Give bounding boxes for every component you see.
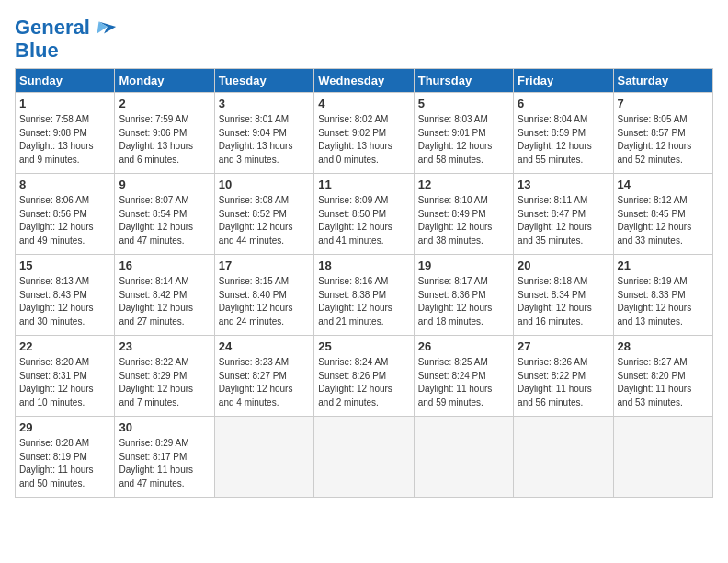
day-info: Sunrise: 8:17 AM Sunset: 8:36 PM Dayligh… [418, 275, 509, 328]
day-number: 1 [19, 96, 110, 112]
calendar-cell [613, 417, 712, 498]
calendar-cell: 30Sunrise: 8:29 AM Sunset: 8:17 PM Dayli… [115, 417, 214, 498]
calendar-cell: 5Sunrise: 8:03 AM Sunset: 9:01 PM Daylig… [414, 93, 513, 174]
calendar-cell: 6Sunrise: 8:04 AM Sunset: 8:59 PM Daylig… [514, 93, 613, 174]
calendar-cell: 10Sunrise: 8:08 AM Sunset: 8:52 PM Dayli… [214, 174, 313, 255]
calendar-cell: 28Sunrise: 8:27 AM Sunset: 8:20 PM Dayli… [613, 336, 712, 417]
day-info: Sunrise: 8:14 AM Sunset: 8:42 PM Dayligh… [119, 275, 210, 328]
calendar-cell [514, 417, 613, 498]
col-header-saturday: Saturday [613, 69, 712, 93]
day-info: Sunrise: 8:10 AM Sunset: 8:49 PM Dayligh… [418, 194, 509, 247]
calendar-cell: 21Sunrise: 8:19 AM Sunset: 8:33 PM Dayli… [613, 255, 712, 336]
week-row-4: 22Sunrise: 8:20 AM Sunset: 8:31 PM Dayli… [16, 336, 713, 417]
col-header-wednesday: Wednesday [314, 69, 414, 93]
calendar-cell: 7Sunrise: 8:05 AM Sunset: 8:57 PM Daylig… [613, 93, 712, 174]
calendar-cell: 18Sunrise: 8:16 AM Sunset: 8:38 PM Dayli… [314, 255, 414, 336]
day-info: Sunrise: 8:23 AM Sunset: 8:27 PM Dayligh… [219, 356, 310, 409]
day-number: 17 [219, 258, 310, 274]
day-info: Sunrise: 8:28 AM Sunset: 8:19 PM Dayligh… [19, 437, 110, 490]
day-number: 4 [318, 96, 409, 112]
calendar-cell: 27Sunrise: 8:26 AM Sunset: 8:22 PM Dayli… [514, 336, 613, 417]
calendar-cell: 26Sunrise: 8:25 AM Sunset: 8:24 PM Dayli… [414, 336, 513, 417]
logo-text: General [15, 17, 90, 39]
calendar-cell: 29Sunrise: 8:28 AM Sunset: 8:19 PM Dayli… [16, 417, 115, 498]
logo: General Blue [15, 15, 118, 61]
day-number: 5 [418, 96, 509, 112]
day-number: 27 [518, 339, 609, 355]
day-info: Sunrise: 8:29 AM Sunset: 8:17 PM Dayligh… [119, 437, 210, 490]
day-number: 2 [119, 96, 210, 112]
calendar-cell: 3Sunrise: 8:01 AM Sunset: 9:04 PM Daylig… [214, 93, 313, 174]
col-header-monday: Monday [115, 69, 214, 93]
calendar-cell: 17Sunrise: 8:15 AM Sunset: 8:40 PM Dayli… [214, 255, 313, 336]
calendar-cell [414, 417, 513, 498]
day-info: Sunrise: 8:11 AM Sunset: 8:47 PM Dayligh… [518, 194, 609, 247]
day-info: Sunrise: 8:07 AM Sunset: 8:54 PM Dayligh… [119, 194, 210, 247]
day-number: 22 [19, 339, 110, 355]
calendar-cell: 8Sunrise: 8:06 AM Sunset: 8:56 PM Daylig… [16, 174, 115, 255]
day-number: 15 [19, 258, 110, 274]
day-number: 30 [119, 419, 210, 436]
day-info: Sunrise: 8:19 AM Sunset: 8:33 PM Dayligh… [618, 275, 709, 328]
logo-icon [92, 15, 118, 40]
day-number: 16 [119, 258, 210, 274]
page-container: General Blue SundayMondayTuesdayWednesda… [0, 0, 728, 505]
day-number: 26 [418, 339, 509, 355]
week-row-5: 29Sunrise: 8:28 AM Sunset: 8:19 PM Dayli… [16, 417, 713, 498]
calendar-cell: 25Sunrise: 8:24 AM Sunset: 8:26 PM Dayli… [314, 336, 414, 417]
calendar-cell: 20Sunrise: 8:18 AM Sunset: 8:34 PM Dayli… [514, 255, 613, 336]
day-info: Sunrise: 8:09 AM Sunset: 8:50 PM Dayligh… [318, 194, 409, 247]
day-info: Sunrise: 8:26 AM Sunset: 8:22 PM Dayligh… [518, 356, 609, 409]
day-number: 29 [19, 419, 110, 436]
calendar-cell: 15Sunrise: 8:13 AM Sunset: 8:43 PM Dayli… [16, 255, 115, 336]
calendar-cell: 2Sunrise: 7:59 AM Sunset: 9:06 PM Daylig… [115, 93, 214, 174]
day-info: Sunrise: 8:08 AM Sunset: 8:52 PM Dayligh… [219, 194, 310, 247]
day-info: Sunrise: 8:12 AM Sunset: 8:45 PM Dayligh… [618, 194, 709, 247]
col-header-thursday: Thursday [414, 69, 513, 93]
day-number: 21 [618, 258, 709, 274]
calendar-cell: 14Sunrise: 8:12 AM Sunset: 8:45 PM Dayli… [613, 174, 712, 255]
day-info: Sunrise: 8:02 AM Sunset: 9:02 PM Dayligh… [318, 113, 409, 167]
day-number: 12 [418, 177, 509, 193]
day-info: Sunrise: 8:03 AM Sunset: 9:01 PM Dayligh… [418, 113, 509, 167]
day-info: Sunrise: 8:18 AM Sunset: 8:34 PM Dayligh… [518, 275, 609, 328]
calendar-cell: 9Sunrise: 8:07 AM Sunset: 8:54 PM Daylig… [115, 174, 214, 255]
calendar-cell: 16Sunrise: 8:14 AM Sunset: 8:42 PM Dayli… [115, 255, 214, 336]
day-info: Sunrise: 8:01 AM Sunset: 9:04 PM Dayligh… [219, 113, 310, 167]
header: General Blue [15, 15, 713, 61]
calendar-cell: 24Sunrise: 8:23 AM Sunset: 8:27 PM Dayli… [214, 336, 313, 417]
calendar-cell: 19Sunrise: 8:17 AM Sunset: 8:36 PM Dayli… [414, 255, 513, 336]
day-info: Sunrise: 8:04 AM Sunset: 8:59 PM Dayligh… [518, 113, 609, 167]
day-number: 13 [518, 177, 609, 193]
calendar-cell: 1Sunrise: 7:58 AM Sunset: 9:08 PM Daylig… [16, 93, 115, 174]
day-number: 14 [618, 177, 709, 193]
calendar-cell: 23Sunrise: 8:22 AM Sunset: 8:29 PM Dayli… [115, 336, 214, 417]
day-info: Sunrise: 8:05 AM Sunset: 8:57 PM Dayligh… [618, 113, 709, 167]
week-row-3: 15Sunrise: 8:13 AM Sunset: 8:43 PM Dayli… [16, 255, 713, 336]
day-number: 8 [19, 177, 110, 193]
header-row: SundayMondayTuesdayWednesdayThursdayFrid… [16, 69, 713, 93]
calendar-cell: 11Sunrise: 8:09 AM Sunset: 8:50 PM Dayli… [314, 174, 414, 255]
calendar-cell [314, 417, 414, 498]
day-number: 18 [318, 258, 409, 274]
day-number: 19 [418, 258, 509, 274]
calendar-cell: 13Sunrise: 8:11 AM Sunset: 8:47 PM Dayli… [514, 174, 613, 255]
day-number: 10 [219, 177, 310, 193]
calendar-cell: 4Sunrise: 8:02 AM Sunset: 9:02 PM Daylig… [314, 93, 414, 174]
day-info: Sunrise: 8:22 AM Sunset: 8:29 PM Dayligh… [119, 356, 210, 409]
day-info: Sunrise: 8:06 AM Sunset: 8:56 PM Dayligh… [19, 194, 110, 247]
day-info: Sunrise: 7:58 AM Sunset: 9:08 PM Dayligh… [19, 113, 110, 167]
col-header-sunday: Sunday [16, 69, 115, 93]
day-number: 6 [518, 96, 609, 112]
day-number: 24 [219, 339, 310, 355]
day-info: Sunrise: 8:27 AM Sunset: 8:20 PM Dayligh… [618, 356, 709, 409]
col-header-tuesday: Tuesday [214, 69, 313, 93]
calendar-table: SundayMondayTuesdayWednesdayThursdayFrid… [15, 68, 713, 498]
day-number: 20 [518, 258, 609, 274]
week-row-2: 8Sunrise: 8:06 AM Sunset: 8:56 PM Daylig… [16, 174, 713, 255]
day-number: 7 [618, 96, 709, 112]
day-number: 28 [618, 339, 709, 355]
day-number: 23 [119, 339, 210, 355]
day-info: Sunrise: 8:20 AM Sunset: 8:31 PM Dayligh… [19, 356, 110, 409]
day-info: Sunrise: 8:15 AM Sunset: 8:40 PM Dayligh… [219, 275, 310, 328]
